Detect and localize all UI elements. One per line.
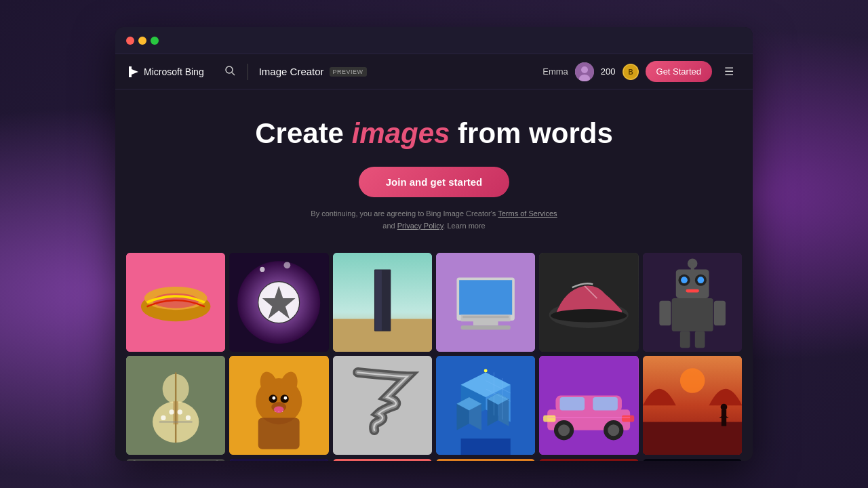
- svg-rect-148: [643, 459, 742, 461]
- gallery-item-monolith[interactable]: [333, 253, 432, 352]
- hero-title-start: Create: [255, 117, 351, 149]
- svg-point-19: [284, 262, 291, 268]
- svg-rect-138: [539, 459, 638, 461]
- hero-title-highlight: images: [352, 117, 450, 149]
- svg-point-93: [558, 424, 570, 436]
- nav-divider: [248, 64, 248, 80]
- minimize-button[interactable]: [138, 37, 146, 45]
- svg-rect-44: [680, 331, 690, 347]
- svg-rect-91: [593, 397, 618, 411]
- gallery-item-soccer[interactable]: [229, 253, 328, 352]
- brand-name: Microsoft Bing: [144, 66, 204, 77]
- svg-rect-0: [129, 66, 132, 77]
- terms-text: By continuing, you are agreeing to Bing …: [129, 208, 739, 232]
- svg-rect-47: [690, 263, 694, 270]
- svg-point-18: [260, 266, 264, 271]
- svg-point-2: [226, 66, 233, 73]
- svg-point-64: [273, 396, 276, 400]
- nav-title-section: Image Creator PREVIEW: [251, 66, 367, 77]
- preview-badge: PREVIEW: [330, 67, 367, 77]
- svg-rect-28: [461, 325, 511, 329]
- svg-rect-30: [462, 315, 509, 318]
- gallery-item-computer[interactable]: [436, 253, 535, 352]
- svg-point-39: [697, 277, 704, 283]
- svg-point-55: [169, 409, 174, 414]
- svg-point-102: [720, 404, 727, 411]
- gallery-item-box[interactable]: [436, 459, 535, 461]
- nav-page-title: Image Creator: [259, 66, 324, 77]
- svg-rect-45: [694, 331, 705, 347]
- hero-title-end: from words: [450, 117, 612, 149]
- gallery-item-planet[interactable]: [539, 459, 638, 461]
- svg-point-56: [178, 409, 182, 414]
- bing-logo-icon: [129, 66, 140, 77]
- gallery-item-helmet[interactable]: [126, 459, 225, 461]
- gallery-item-space[interactable]: [643, 459, 742, 461]
- svg-text:·  ·  ·: · · ·: [275, 407, 284, 415]
- terms-line3: . Learn more: [443, 222, 485, 230]
- terms-of-service-link[interactable]: Terms of Services: [498, 209, 557, 218]
- gallery-item-car[interactable]: [539, 356, 638, 455]
- gallery-item-guitar[interactable]: [126, 356, 225, 455]
- gallery-item-hotdog[interactable]: [126, 253, 225, 352]
- svg-rect-40: [686, 289, 699, 292]
- search-icon[interactable]: [215, 65, 245, 79]
- svg-point-54: [161, 415, 165, 420]
- svg-rect-104: [126, 459, 225, 461]
- coin-icon: B: [623, 64, 639, 80]
- gallery-item-robot[interactable]: [643, 253, 742, 352]
- svg-rect-68: [258, 418, 300, 449]
- svg-point-65: [284, 396, 288, 400]
- privacy-policy-link[interactable]: Privacy Policy: [397, 222, 443, 230]
- nav-right: Emma 200 B Get Started ☰: [542, 61, 739, 82]
- svg-point-37: [681, 277, 688, 283]
- browser-window: Microsoft Bing Image Creator PREVIEW Emm…: [115, 27, 753, 461]
- terms-line1: By continuing, you are agreeing to Bing …: [311, 209, 498, 218]
- svg-rect-42: [659, 300, 671, 325]
- svg-rect-26: [459, 280, 512, 314]
- hero-section: Create images from words Join and get st…: [115, 89, 753, 249]
- svg-rect-72: [461, 439, 511, 455]
- svg-point-33: [551, 308, 627, 322]
- get-started-button[interactable]: Get Started: [646, 61, 712, 82]
- gallery-item-city[interactable]: [436, 356, 535, 455]
- svg-point-86: [484, 369, 488, 372]
- svg-rect-133: [436, 459, 535, 461]
- gallery-item-neon[interactable]: [229, 459, 328, 461]
- gallery-item-cat[interactable]: [333, 459, 432, 461]
- gallery-item-dog[interactable]: · · ·: [229, 356, 328, 455]
- navbar: Microsoft Bing Image Creator PREVIEW Emm…: [115, 54, 753, 89]
- hero-title: Create images from words: [129, 117, 739, 150]
- svg-point-5: [581, 66, 588, 73]
- coin-count: 200: [601, 66, 616, 77]
- user-name-label: Emma: [542, 66, 568, 77]
- svg-point-103: [680, 368, 705, 393]
- user-avatar[interactable]: [575, 62, 594, 81]
- svg-text:B: B: [628, 68, 633, 76]
- svg-line-3: [232, 73, 235, 75]
- svg-rect-41: [671, 298, 713, 331]
- close-button[interactable]: [126, 37, 134, 45]
- svg-point-95: [608, 424, 620, 436]
- gallery-item-tornado[interactable]: [333, 356, 432, 455]
- gallery-item-sneaker[interactable]: [539, 253, 638, 352]
- svg-rect-116: [333, 459, 432, 461]
- maximize-button[interactable]: [151, 37, 159, 45]
- svg-rect-90: [560, 397, 585, 411]
- brand-logo[interactable]: Microsoft Bing: [129, 66, 215, 77]
- svg-marker-1: [132, 69, 138, 75]
- image-gallery: · · ·: [115, 249, 753, 461]
- traffic-lights: [126, 37, 159, 45]
- svg-rect-43: [714, 300, 726, 325]
- svg-rect-96: [543, 415, 555, 422]
- join-button[interactable]: Join and get started: [359, 167, 510, 197]
- hamburger-icon[interactable]: ☰: [719, 62, 739, 81]
- terms-line2: and: [382, 222, 397, 230]
- svg-rect-97: [622, 415, 634, 422]
- svg-rect-100: [643, 422, 742, 455]
- svg-rect-23: [375, 270, 382, 330]
- gallery-item-desert[interactable]: [643, 356, 742, 455]
- svg-rect-107: [229, 459, 328, 461]
- title-bar: [115, 27, 753, 54]
- svg-point-57: [186, 415, 191, 420]
